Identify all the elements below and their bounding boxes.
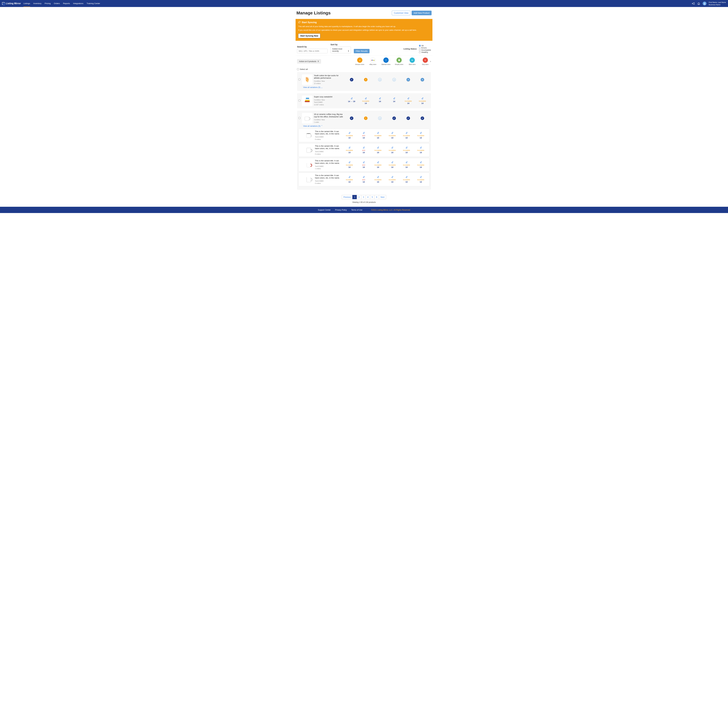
status-cell[interactable]: incomplete14 bbox=[416, 176, 425, 183]
avatar[interactable] bbox=[703, 2, 707, 5]
status-cell[interactable]: 14 bbox=[375, 97, 385, 104]
status-cell[interactable]: incomplete14 bbox=[345, 147, 354, 154]
footer-link-terms-of-use[interactable]: Terms of Use bbox=[351, 209, 362, 211]
status-cell[interactable]: incomplete14 bbox=[416, 132, 425, 139]
store-etsy[interactable]: EEtsy store bbox=[421, 58, 430, 65]
bulk-action-select[interactable]: Action on 0 products ⇕ bbox=[297, 59, 321, 64]
page-6[interactable]: 6 bbox=[374, 195, 379, 199]
status-cell[interactable]: + bbox=[418, 78, 427, 81]
status-cell[interactable]: ✓ bbox=[347, 116, 356, 120]
nav-integrations[interactable]: Integrations bbox=[73, 0, 83, 7]
listing-checkbox[interactable] bbox=[298, 78, 300, 80]
status-cell[interactable]: incomplete14 bbox=[345, 161, 354, 168]
search-input[interactable] bbox=[297, 49, 327, 53]
status-cell[interactable]: ✓ bbox=[418, 116, 427, 120]
listing-checkbox[interactable] bbox=[298, 117, 300, 119]
store-shopify[interactable]: Shopify store bbox=[394, 58, 404, 65]
nav-pricing[interactable]: Pricing bbox=[44, 0, 50, 7]
status-cell[interactable]: ✓ bbox=[389, 116, 399, 120]
listing-thumbnail[interactable] bbox=[302, 113, 312, 124]
page-1[interactable]: 1 bbox=[352, 195, 357, 199]
status-cell[interactable]: ! bbox=[361, 116, 370, 120]
status-cell[interactable]: incomplete14 bbox=[373, 132, 383, 139]
variant-thumbnail[interactable] bbox=[304, 160, 314, 170]
status-cell[interactable]: incomplete14 bbox=[373, 147, 383, 154]
status-cell[interactable]: incomplete14 bbox=[416, 161, 425, 168]
status-cell[interactable]: ✓ bbox=[347, 78, 356, 81]
listing-title[interactable]: Youth cotton tie dye socks for athletic … bbox=[314, 74, 343, 80]
status-cell[interactable]: + bbox=[404, 78, 413, 81]
store-ebay[interactable]: ebayeBay store bbox=[368, 58, 378, 65]
status-cell[interactable]: incomplete14 bbox=[387, 132, 397, 139]
status-cell[interactable]: incomplete14 bbox=[402, 161, 411, 168]
variant-title[interactable]: This is the variant title. It can have c… bbox=[315, 145, 341, 150]
status-cell[interactable]: incomplete14 bbox=[373, 176, 383, 183]
footer-link-privacy-policy[interactable]: Privacy Policy bbox=[335, 209, 347, 211]
status-cell[interactable]: error14 bbox=[359, 132, 369, 139]
status-cell[interactable]: incomplete14 bbox=[416, 147, 425, 154]
status-radio-errors[interactable]: Errors bbox=[419, 47, 431, 49]
customize-view-button[interactable]: Customize View bbox=[392, 11, 410, 15]
add-new-product-button[interactable]: Add New Product bbox=[411, 11, 431, 15]
stores-next-icon[interactable]: › bbox=[430, 60, 431, 63]
bell-icon[interactable] bbox=[697, 2, 700, 5]
sort-select[interactable]: Added most recently ⇕ bbox=[330, 47, 351, 53]
view-variations-link[interactable]: View all variations (5) ⌃ bbox=[303, 125, 323, 127]
status-cell[interactable]: incomplete14 bbox=[402, 132, 411, 139]
start-syncing-button[interactable]: Start Syncing Now bbox=[298, 34, 320, 38]
status-cell[interactable]: ◷ bbox=[389, 78, 399, 81]
status-cell[interactable]: ! bbox=[361, 78, 370, 81]
status-radio-all[interactable]: All bbox=[419, 44, 431, 47]
store-wish[interactable]: wWish store bbox=[407, 58, 417, 65]
variant-thumbnail[interactable] bbox=[304, 145, 314, 155]
variant-thumbnail[interactable] bbox=[304, 131, 314, 140]
listing-title[interactable]: 16 oz ceramic coffee mug, Big tea cup fo… bbox=[314, 113, 343, 118]
store-amazon[interactable]: aAmazon store bbox=[355, 58, 365, 65]
page-3[interactable]: 3 bbox=[361, 195, 366, 199]
status-cell[interactable]: ✓ bbox=[404, 116, 413, 120]
status-cell[interactable]: incomplete14 bbox=[361, 97, 370, 104]
variant-title[interactable]: This is the variant title. It can have c… bbox=[315, 159, 341, 165]
page-4[interactable]: 4 bbox=[366, 195, 370, 199]
nav-reports[interactable]: Reports bbox=[63, 0, 70, 7]
status-cell[interactable]: error14 bbox=[359, 161, 369, 168]
listing-checkbox[interactable] bbox=[298, 99, 300, 101]
status-cell[interactable]: incomplete14 bbox=[402, 147, 411, 154]
nav-orders[interactable]: Orders bbox=[54, 0, 60, 7]
status-cell[interactable]: 14 → 19 bbox=[347, 97, 356, 104]
footer-link-support-center[interactable]: Support Center bbox=[318, 209, 331, 211]
variant-title[interactable]: This is the variant title. It can have c… bbox=[315, 130, 341, 135]
status-cell[interactable]: ◷ bbox=[375, 116, 385, 120]
page-2[interactable]: 2 bbox=[357, 195, 361, 199]
user-info[interactable]: First Name, Last Name Business Name bbox=[709, 1, 726, 6]
status-cell[interactable]: incomplete14 bbox=[402, 176, 411, 183]
status-cell[interactable]: ◷ bbox=[375, 78, 385, 81]
nav-inventory[interactable]: Inventory bbox=[33, 0, 41, 7]
status-cell[interactable]: incomplete14 bbox=[404, 97, 413, 104]
select-all-checkbox[interactable] bbox=[297, 68, 299, 70]
listing-thumbnail[interactable] bbox=[302, 95, 312, 106]
nav-training-center[interactable]: Training Center bbox=[87, 0, 100, 7]
status-cell[interactable]: incomplete14 bbox=[345, 176, 354, 183]
status-radio-incomplete[interactable]: Incomplete bbox=[419, 49, 431, 51]
store-walmart[interactable]: Walmart store bbox=[381, 58, 391, 65]
status-cell[interactable]: incomplete14 bbox=[418, 97, 427, 104]
view-variations-link[interactable]: View all variations (5) ⌄ bbox=[303, 86, 323, 89]
listing-thumbnail[interactable] bbox=[302, 74, 312, 85]
filter-results-button[interactable]: Filter Results bbox=[354, 49, 370, 53]
status-cell[interactable]: incomplete14 bbox=[387, 161, 397, 168]
status-radio-healthy[interactable]: Healthy bbox=[419, 51, 431, 53]
page-next[interactable]: Next bbox=[379, 195, 386, 199]
logo[interactable]: Listing Mirror bbox=[2, 2, 21, 5]
page-prev[interactable]: Previous bbox=[342, 195, 353, 199]
status-cell[interactable]: incomplete14 bbox=[387, 147, 397, 154]
announce-icon[interactable] bbox=[691, 2, 695, 5]
status-cell[interactable]: error14 bbox=[359, 176, 369, 183]
nav-listings[interactable]: Listings bbox=[23, 0, 30, 7]
status-cell[interactable]: incomplete14 bbox=[387, 176, 397, 183]
page-5[interactable]: 5 bbox=[370, 195, 375, 199]
variant-thumbnail[interactable] bbox=[304, 175, 314, 184]
status-cell[interactable]: incomplete14 bbox=[345, 132, 354, 139]
status-cell[interactable]: incomplete14 bbox=[373, 161, 383, 168]
variant-title[interactable]: This is the variant title. It can have c… bbox=[315, 174, 341, 179]
